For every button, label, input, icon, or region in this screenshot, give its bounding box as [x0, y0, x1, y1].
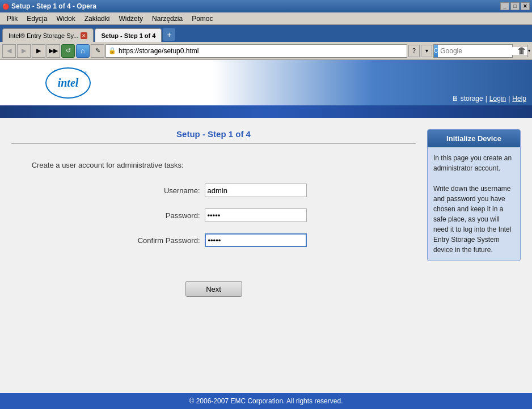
- separator-2: |: [508, 95, 510, 103]
- back-alt-button[interactable]: ▶: [32, 44, 45, 58]
- navbar: ◀ ▶ ▶ ▶▶ ↺ ⌂ ✎ 🔒 ? ▾ C ▾ 🗑: [0, 42, 532, 60]
- form-area: Setup - Step 1 of 4 Create a user accoun…: [11, 129, 416, 382]
- intel-logo-area: intel ®: [0, 62, 136, 104]
- username-input[interactable]: [205, 184, 307, 197]
- intel-logo-text: intel: [58, 76, 79, 90]
- search-bar: C ▾: [433, 44, 513, 58]
- menu-plik[interactable]: Plik: [2, 14, 22, 24]
- form-description: Create a user account for administrative…: [32, 161, 396, 169]
- menu-edycja[interactable]: Edycja: [22, 14, 52, 24]
- forward-button[interactable]: ▶: [17, 44, 31, 58]
- menu-narzedzia[interactable]: Narzędzia: [147, 14, 187, 24]
- blue-stripe: [0, 105, 532, 118]
- page-content: intel ® 🖥 storage | Login | Help Setup -…: [0, 60, 532, 409]
- tab-close-intel[interactable]: ✕: [81, 32, 87, 39]
- menu-pomoc[interactable]: Pomoc: [187, 14, 217, 24]
- username-row: Username:: [32, 184, 396, 197]
- form-divider: [11, 143, 416, 144]
- address-dropdown-button[interactable]: ▾: [421, 45, 432, 57]
- password-row: Password:: [32, 208, 396, 222]
- back-button[interactable]: ◀: [2, 44, 16, 58]
- next-button[interactable]: Next: [185, 281, 242, 297]
- password-label: Password:: [121, 211, 200, 220]
- address-input[interactable]: [119, 47, 404, 55]
- side-panel-para2: Write down the username and password you…: [433, 184, 514, 255]
- password-input[interactable]: [205, 208, 307, 222]
- storage-icon: 🖥: [451, 95, 458, 103]
- opera-icon: 🔴: [2, 3, 9, 10]
- side-panel-header: Initialize Device: [428, 130, 520, 147]
- menu-zakladki[interactable]: Zakładki: [80, 14, 115, 24]
- page-title: Setup - Step 1 of 4: [176, 129, 251, 139]
- separator-1: |: [485, 95, 487, 103]
- window-title: Setup - Step 1 of 4 - Opera: [11, 2, 96, 10]
- maximize-button[interactable]: □: [510, 2, 520, 10]
- username-label: Username:: [121, 186, 200, 195]
- main-content: Setup - Step 1 of 4 Create a user accoun…: [0, 118, 532, 393]
- window-titlebar: 🔴 Setup - Step 1 of 4 - Opera _ □ ✕: [0, 0, 532, 12]
- side-panel-para1: In this page you create an administrator…: [433, 153, 514, 173]
- menu-widok[interactable]: Widok: [52, 14, 79, 24]
- tab-setup[interactable]: Setup - Step 1 of 4: [95, 28, 162, 42]
- login-link[interactable]: Login: [489, 95, 506, 103]
- search-engine-icon[interactable]: C: [434, 45, 438, 57]
- tab-add-button[interactable]: +: [163, 28, 175, 41]
- close-button[interactable]: ✕: [521, 2, 530, 10]
- address-help-button[interactable]: ?: [408, 45, 420, 57]
- trash-icon[interactable]: 🗑: [514, 43, 530, 59]
- tab-setup-label: Setup - Step 1 of 4: [101, 32, 155, 39]
- menubar: Plik Edycja Widok Zakładki Widżety Narzę…: [0, 12, 532, 25]
- menu-widzety[interactable]: Widżety: [114, 14, 147, 24]
- edit-button[interactable]: ✎: [91, 44, 104, 58]
- help-link[interactable]: Help: [512, 95, 526, 103]
- side-panel-body: In this page you create an administrator…: [428, 147, 520, 261]
- tab-intel-label: Intel® Entry Storage Sy...: [9, 32, 78, 39]
- intel-logo: intel ®: [45, 67, 91, 99]
- address-flag-icon: 🔒: [108, 47, 116, 54]
- address-bar: 🔒: [105, 44, 407, 58]
- footer-text: © 2006-2007 EMC Corporation. All rights …: [189, 397, 343, 405]
- intel-registered-icon: ®: [84, 71, 87, 76]
- side-panel: Initialize Device In this page you creat…: [427, 129, 521, 261]
- footer: © 2006-2007 EMC Corporation. All rights …: [0, 393, 532, 409]
- confirm-password-input[interactable]: [205, 233, 307, 247]
- intel-header: intel ® 🖥 storage | Login | Help: [0, 60, 532, 105]
- confirm-password-label: Confirm Password:: [121, 236, 200, 245]
- fast-forward-button[interactable]: ▶▶: [47, 44, 60, 58]
- header-nav: 🖥 storage | Login | Help: [451, 95, 526, 103]
- home-button[interactable]: ⌂: [76, 44, 90, 58]
- minimize-button[interactable]: _: [500, 2, 509, 10]
- storage-label: storage: [461, 95, 483, 103]
- next-btn-area: Next: [11, 281, 416, 297]
- confirm-password-row: Confirm Password:: [32, 233, 396, 247]
- tab-intel-entry[interactable]: Intel® Entry Storage Sy... ✕: [2, 28, 94, 42]
- tabbar: Intel® Entry Storage Sy... ✕ Setup - Ste…: [0, 25, 532, 42]
- refresh-button[interactable]: ↺: [61, 44, 75, 58]
